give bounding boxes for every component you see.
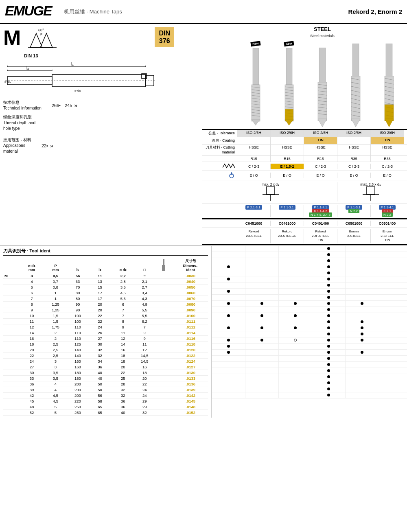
product-col-5 [372, 42, 406, 127]
svg-text:P: P [40, 33, 42, 36]
svg-marker-34 [252, 119, 260, 125]
spec-section: 公差 · Tolerance ISO 2/6H ISO 2/6H ISO 2/6… [202, 129, 407, 180]
coating-4 [337, 137, 370, 144]
m-symbol: M [3, 27, 21, 48]
svg-rect-92 [267, 186, 275, 195]
coating-5: TIN [370, 137, 404, 144]
svg-rect-17 [146, 75, 154, 86]
table-row: 485250653629.0148 [3, 404, 208, 409]
grade-1: R15 [237, 156, 270, 162]
cut-mat-2: HSSE [270, 144, 304, 155]
product-col-4 [339, 42, 372, 127]
cut-mat-4: HSSE [337, 144, 370, 155]
cool-1: E / O [237, 173, 270, 178]
dots-row [212, 252, 407, 258]
product-names-row: Rekord2D-STEEL Rekord2D-STEEL/E Rekord2D… [202, 228, 407, 245]
tech-drawing: l₁ l₂ ø d₁ ø d₂ [3, 62, 199, 96]
svg-rect-50 [319, 48, 326, 82]
cool-3: E / O [304, 173, 337, 178]
svg-rect-35 [286, 48, 292, 85]
chip-1: C / 2-3 [237, 164, 270, 169]
cut-mat-5: HSSE [370, 144, 404, 155]
dots-row [212, 313, 407, 319]
table-row: 525250654032.0152 [3, 409, 208, 415]
table-row: 243160341814,5.0124 [3, 358, 208, 364]
table-row: 273160362016.0127 [3, 364, 208, 370]
coating-3: TIN [304, 137, 337, 144]
dots-row [212, 362, 407, 368]
dots-row [212, 344, 407, 350]
dots-row [212, 301, 407, 307]
dots-row [212, 270, 407, 276]
table-row: 7180175,54,3.0070 [3, 296, 208, 301]
svg-rect-63 [352, 44, 359, 76]
dots-row [212, 392, 407, 398]
table-row: 101,51002275,5.0100 [3, 313, 208, 318]
grade-5: R35 [370, 156, 404, 162]
svg-rect-99 [162, 265, 165, 271]
svg-rect-98 [163, 259, 164, 265]
svg-marker-75 [351, 119, 360, 127]
dots-row [212, 295, 407, 301]
table-row: 40,763132,82,1.0040 [3, 278, 208, 284]
tolerance-4: ISO 2/6H [337, 130, 370, 137]
cool-4: E / O [337, 173, 370, 178]
grade-4: R35 [337, 156, 370, 162]
coating-1 [237, 137, 270, 144]
table-row: 454,5220583629.0145 [3, 398, 208, 404]
table-row: M30,556112,2−.0030 [3, 273, 208, 278]
svg-text:l₁: l₁ [71, 62, 74, 66]
svg-text:ø d₂: ø d₂ [74, 89, 81, 92]
svg-marker-49 [285, 119, 293, 125]
dots-row [212, 337, 407, 344]
table-row: 16211027129.0116 [3, 335, 208, 341]
din-box: DIN376 [155, 27, 174, 47]
svg-rect-21 [253, 48, 259, 85]
svg-marker-89 [385, 119, 394, 127]
table-row: 424,5200563224.0142 [3, 392, 208, 398]
thread-depth-section: 螺纹深度和孔型 Thread depth and hole type [3, 114, 199, 131]
product-col-2: new [272, 42, 306, 127]
table-row: 111,51002286,2.0111 [3, 318, 208, 324]
steel-header: STEEL Steel materials [237, 26, 407, 38]
dots-row [212, 307, 407, 313]
table-row: 333,5180402520.0133 [3, 375, 208, 381]
svg-text:l₂: l₂ [26, 66, 29, 70]
table-row: 50,870153,52,7.0050 [3, 284, 208, 290]
dots-row [212, 380, 407, 386]
table-row: 364200502822.0136 [3, 381, 208, 387]
dots-row [212, 386, 407, 392]
table-row: 222,5140321814,5.0122 [3, 352, 208, 358]
tool-ident-label: 刀具识别号 · Tool ident [3, 248, 208, 256]
dots-row [212, 356, 407, 362]
dots-row [212, 246, 407, 252]
dots-row [212, 350, 407, 356]
svg-marker-62 [318, 119, 327, 127]
table-row: 303,5180402218.0130 [3, 370, 208, 375]
svg-rect-36 [285, 85, 293, 109]
chip-4: C / 2-3 [337, 164, 370, 169]
product-col-1: new [239, 42, 272, 127]
thread-diagram: 60° P [24, 27, 65, 52]
chip-2: E / 1,5-2 [270, 164, 304, 169]
svg-rect-76 [386, 44, 392, 76]
din-label: DIN 13 [24, 53, 65, 58]
header-product-line: Rekord 2, Enorm 2 [348, 8, 402, 15]
chip-3: C / 2-3 [304, 164, 337, 169]
thread-depth-row: max. 2 x d₁ max. 2,5 x d₁ [202, 180, 407, 204]
chip-5: C / 2-3 [370, 164, 404, 169]
cut-mat-1: HSSE [237, 144, 270, 155]
table-row: 6180174,53,4.0060 [3, 290, 208, 296]
tolerance-1: ISO 2/6H [237, 130, 270, 137]
tolerance-2: ISO 2/6H [270, 130, 304, 137]
tech-info: 技术信息 Technical information 266▪ - 245 » [3, 100, 199, 111]
app-badges-row: P 2.1-3.1 P 2.1-3.1 P 1.1-4.1 K 1.1-4.2 … [202, 204, 407, 219]
svg-text:60°: 60° [38, 28, 44, 32]
dots-row [212, 282, 407, 289]
dots-row [212, 319, 407, 325]
dots-row [212, 331, 407, 337]
tolerance-3: ISO 2/6H [304, 130, 337, 137]
table-row: 121,751102497.0112 [3, 324, 208, 330]
dots-row [212, 374, 407, 380]
table-row: 81,25902064,9.0080 [3, 301, 208, 307]
